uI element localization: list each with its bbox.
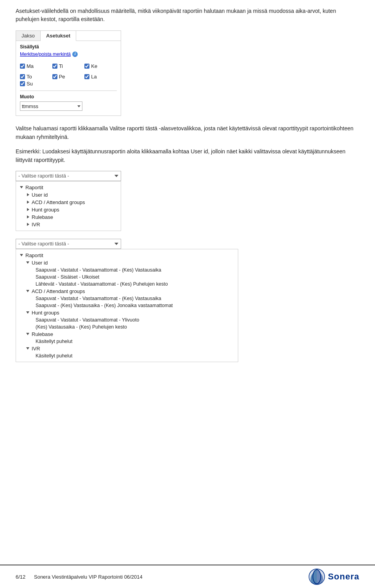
arrow-down-icon (26, 347, 29, 350)
page-number: 6/12 (16, 574, 25, 580)
dropdown1-arrow-icon (114, 175, 118, 177)
arrow-right-icon (27, 208, 29, 211)
tree1-root[interactable]: Raportit (16, 184, 121, 191)
tree2-hunt-item1[interactable]: Saapuvat - Vastatut - Vastaamattomat - Y… (16, 316, 238, 323)
tree2-acd-item2[interactable]: Saapuvat - (Kes) Vastausaika - (Kes) Jon… (16, 302, 238, 309)
tab-asetukset[interactable]: Asetukset (41, 31, 76, 41)
day-ti[interactable]: Ti (52, 63, 85, 69)
day-to[interactable]: To (20, 74, 52, 80)
divider (20, 91, 117, 91)
checkbox-to[interactable] (20, 74, 25, 79)
sisallyta-label: Sisällytä (20, 44, 117, 50)
tree2-hunt-item2[interactable]: (Kes) Vastausaika - (Kes) Puhelujen kest… (16, 323, 238, 330)
day-pe[interactable]: Pe (52, 74, 85, 80)
dropdown1-container: - Valitse raportti tästä - Raportit User… (16, 171, 359, 231)
footer-left: 6/12 Sonera Viestintäpalvelu VIP Raporto… (16, 574, 143, 580)
tree2-rulebase-item1[interactable]: Käsitellyt puhelut (16, 338, 238, 345)
tree2-hunt-label: Hunt groups (32, 310, 59, 316)
tree2-ivr-sub1: Käsitellyt puhelut (36, 353, 73, 359)
arrow-down-icon (26, 333, 29, 335)
muoto-label: Muoto (20, 94, 117, 99)
tree1-item-hunt[interactable]: Hunt groups (16, 206, 121, 213)
tree1-item-acd[interactable]: ACD / Attendant groups (16, 199, 121, 206)
day-ma[interactable]: Ma (20, 63, 52, 69)
tree2-acd-sub2: Saapuvat - (Kes) Vastausaika - (Kes) Jon… (36, 303, 173, 308)
days-grid-row1: Ma Ti Ke (20, 63, 117, 69)
muoto-select[interactable]: ttmmss (20, 101, 82, 111)
sonera-name: Sonera (328, 572, 359, 582)
tree2-root[interactable]: Raportit (16, 252, 238, 259)
tree2-hunt-header[interactable]: Hunt groups (16, 309, 238, 316)
checkbox-pe[interactable] (52, 74, 57, 79)
merkitse-link[interactable]: Merkitse/poista merkintä i (20, 52, 78, 57)
tree2-userid-sub3: Lähtevät - Vastatut - Vastaamattomat - (… (36, 281, 168, 287)
arrow-down-icon (26, 261, 29, 264)
arrow-right-icon (27, 193, 29, 196)
tree2-rulebase-header[interactable]: Rulebase (16, 330, 238, 338)
tree2-acd-header[interactable]: ACD / Attendant groups (16, 288, 238, 295)
para2: Esimerkki: Luodaksesi käyttäjätunnusrapo… (16, 147, 359, 164)
para1: Valitse haluamasi raportti klikkaamalla … (16, 124, 359, 141)
settings-tabs: Jakso Asetukset (16, 31, 121, 41)
tree1-item-ivr[interactable]: IVR (16, 221, 121, 228)
tree2-ivr-label: IVR (32, 346, 40, 352)
select-arrow-icon (77, 105, 80, 107)
tree2-acd-label: ACD / Attendant groups (32, 288, 85, 294)
checkbox-ti[interactable] (52, 64, 57, 69)
dropdown1-tree: Raportit User id ACD / Attendant groups … (16, 181, 121, 231)
sonera-circle-icon (308, 568, 325, 585)
tree2-userid-item1[interactable]: Saapuvat - Vastatut - Vastaamattomat - (… (16, 266, 238, 274)
arrow-right-icon (27, 215, 29, 219)
tree1-root-label: Raportit (25, 185, 43, 190)
tree2-ivr-header[interactable]: IVR (16, 345, 238, 352)
footer: 6/12 Sonera Viestintäpalvelu VIP Raporto… (0, 565, 375, 588)
tree2-acd-sub1: Saapuvat - Vastatut - Vastaamattomat - (… (36, 296, 161, 301)
dropdown2-tree: Raportit User id Saapuvat - Vastatut - V… (16, 249, 238, 362)
tree2-ivr-item1[interactable]: Käsitellyt puhelut (16, 352, 238, 359)
footer-title: Sonera Viestintäpalvelu VIP Raportointi … (34, 574, 143, 580)
tree1-item-userid[interactable]: User id (16, 191, 121, 199)
merkitse-text: Merkitse/poista merkintä (20, 52, 71, 57)
settings-box: Jakso Asetukset Sisällytä Merkitse/poist… (16, 30, 121, 116)
arrow-down-icon (26, 290, 29, 292)
tree2-userid-item2[interactable]: Saapuvat - Sisäiset - Ulkoiset (16, 274, 238, 281)
day-ke[interactable]: Ke (84, 63, 117, 69)
checkbox-ma[interactable] (20, 64, 25, 69)
arrow-right-icon (27, 223, 29, 226)
tree1-userid-label: User id (32, 192, 48, 198)
tree1-hunt-label: Hunt groups (32, 207, 59, 213)
tab-jakso[interactable]: Jakso (16, 31, 41, 41)
checkbox-su[interactable] (20, 81, 25, 86)
tree2-userid-item3[interactable]: Lähtevät - Vastatut - Vastaamattomat - (… (16, 281, 238, 288)
tree1-acd-label: ACD / Attendant groups (32, 199, 85, 205)
day-su[interactable]: Su (20, 81, 117, 87)
dropdown2-arrow-icon (114, 243, 118, 245)
tree1-item-rulebase[interactable]: Rulebase (16, 213, 121, 221)
tree2-userid-label: User id (32, 260, 48, 266)
dropdown2-placeholder: - Valitse raportti tästä - (18, 241, 114, 247)
tree2-root-label: Raportit (25, 252, 43, 258)
tree2-userid-header[interactable]: User id (16, 259, 238, 266)
tree2-rulebase-sub1: Käsitellyt puhelut (36, 339, 73, 344)
tree2-acd-item1[interactable]: Saapuvat - Vastatut - Vastaamattomat - (… (16, 295, 238, 302)
days-grid-row2: To Pe La (20, 74, 117, 80)
checkbox-ke[interactable] (84, 64, 89, 69)
dropdown1-select[interactable]: - Valitse raportti tästä - (16, 171, 121, 181)
footer-right: Sonera (308, 568, 359, 585)
intro-paragraph: Asetukset-välilehdellä on mahdollisuus m… (16, 7, 359, 23)
tree2-rulebase-label: Rulebase (32, 331, 53, 337)
dropdown1-placeholder: - Valitse raportti tästä - (18, 173, 114, 179)
day-la[interactable]: La (84, 74, 117, 80)
tree2-hunt-sub2: (Kes) Vastausaika - (Kes) Puhelujen kest… (36, 324, 127, 330)
arrow-down-icon (26, 311, 29, 314)
dropdown2-select[interactable]: - Valitse raportti tästä - (16, 239, 121, 249)
tree2-userid-sub1: Saapuvat - Vastatut - Vastaamattomat - (… (36, 267, 161, 273)
tree1-rulebase-label: Rulebase (32, 214, 53, 220)
checkbox-la[interactable] (84, 74, 89, 79)
arrow-down-icon (20, 254, 23, 256)
dropdown2-container: - Valitse raportti tästä - Raportit User… (16, 239, 359, 362)
arrow-down-icon (20, 186, 23, 188)
tree2-userid-sub2: Saapuvat - Sisäiset - Ulkoiset (36, 274, 99, 280)
settings-inner: Sisällytä Merkitse/poista merkintä i Ma … (16, 41, 121, 115)
muoto-value: ttmmss (22, 103, 76, 109)
